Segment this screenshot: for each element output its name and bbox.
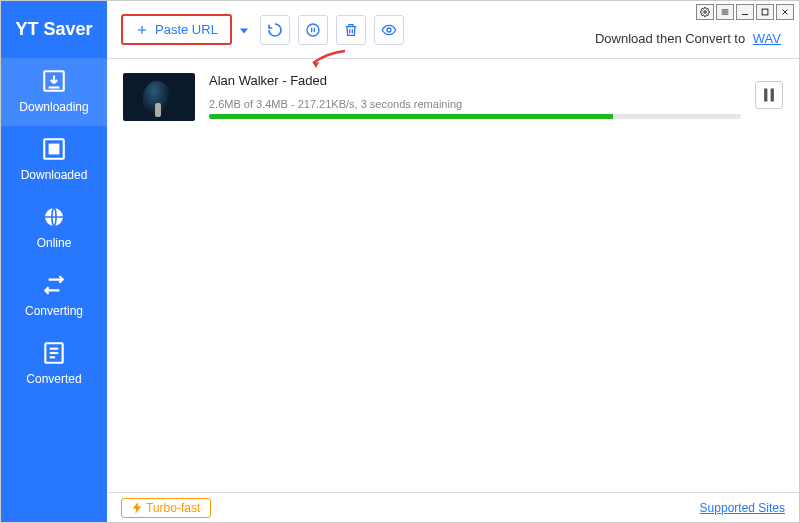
supported-sites-link[interactable]: Supported Sites [700, 501, 785, 515]
main-panel: Paste URL Download then Convert to WAV A… [107, 1, 799, 522]
converting-icon [41, 272, 67, 298]
progress-fill [209, 114, 613, 119]
caret-down-icon [240, 27, 248, 35]
paste-url-button[interactable]: Paste URL [121, 14, 232, 45]
svg-point-19 [307, 24, 319, 36]
downloaded-icon [41, 136, 67, 162]
pause-download-button[interactable] [755, 81, 783, 109]
pause-icon [756, 82, 782, 108]
refresh-icon [267, 22, 283, 38]
paste-url-dropdown[interactable] [236, 15, 252, 45]
globe-icon [41, 204, 67, 230]
minimize-button[interactable] [736, 4, 754, 20]
sidebar-item-converted[interactable]: Converted [1, 330, 107, 398]
close-button[interactable] [776, 4, 794, 20]
menu-icon [720, 7, 730, 17]
trash-icon [343, 22, 359, 38]
sidebar-item-online[interactable]: Online [1, 194, 107, 262]
download-item: Alan Walker - Faded 2.6MB of 3.4MB - 217… [107, 59, 799, 135]
paste-url-label: Paste URL [155, 22, 218, 37]
menu-button[interactable] [716, 4, 734, 20]
plus-icon [135, 23, 149, 37]
close-icon [780, 7, 790, 17]
preview-button[interactable] [374, 15, 404, 45]
progress-bar [209, 114, 741, 119]
download-info: Alan Walker - Faded 2.6MB of 3.4MB - 217… [209, 73, 741, 119]
minimize-icon [740, 7, 750, 17]
settings-button[interactable] [696, 4, 714, 20]
download-list: Alan Walker - Faded 2.6MB of 3.4MB - 217… [107, 59, 799, 492]
sidebar-item-label: Downloading [19, 100, 88, 114]
pause-all-button[interactable] [298, 15, 328, 45]
sidebar-item-label: Converted [26, 372, 81, 386]
delete-button[interactable] [336, 15, 366, 45]
maximize-button[interactable] [756, 4, 774, 20]
video-thumbnail [123, 73, 195, 121]
eye-icon [381, 22, 397, 38]
svg-point-0 [704, 11, 707, 14]
converted-icon [41, 340, 67, 366]
svg-rect-11 [50, 145, 59, 154]
app-logo: YT Saver [1, 1, 107, 58]
window-titlebar [691, 1, 799, 23]
turbo-fast-button[interactable]: Turbo-fast [121, 498, 211, 518]
download-title: Alan Walker - Faded [209, 73, 741, 88]
maximize-icon [760, 7, 770, 17]
sidebar-item-label: Converting [25, 304, 83, 318]
sidebar-item-converting[interactable]: Converting [1, 262, 107, 330]
downloading-icon [41, 68, 67, 94]
convert-format-link[interactable]: WAV [753, 31, 781, 46]
convert-format-region: Download then Convert to WAV [595, 31, 781, 46]
resume-all-button[interactable] [260, 15, 290, 45]
svg-rect-5 [762, 9, 768, 15]
pause-circle-icon [305, 22, 321, 38]
sidebar: YT Saver Downloading Downloaded Online C… [1, 1, 107, 522]
sidebar-item-downloading[interactable]: Downloading [1, 58, 107, 126]
download-meta: 2.6MB of 3.4MB - 217.21KB/s, 3 seconds r… [209, 98, 741, 110]
bolt-icon [132, 502, 142, 514]
sidebar-item-label: Online [37, 236, 72, 250]
sidebar-item-downloaded[interactable]: Downloaded [1, 126, 107, 194]
footer: Turbo-fast Supported Sites [107, 492, 799, 522]
svg-point-22 [387, 28, 391, 32]
gear-icon [700, 7, 710, 17]
sidebar-item-label: Downloaded [21, 168, 88, 182]
turbo-label: Turbo-fast [146, 501, 200, 515]
convert-text: Download then Convert to [595, 31, 745, 46]
